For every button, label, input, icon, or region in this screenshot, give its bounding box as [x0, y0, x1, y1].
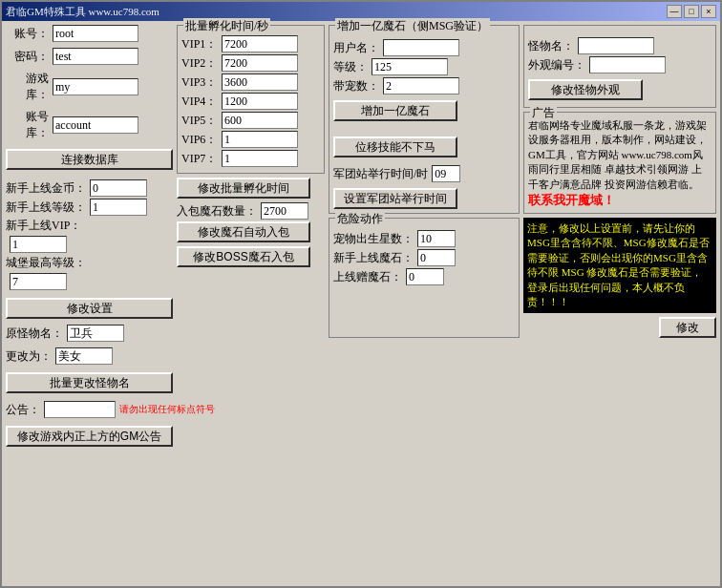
- change-to-row: 更改为：: [6, 347, 173, 365]
- modify-appearance-button[interactable]: 修改怪物外观: [528, 79, 643, 100]
- online-gift-input[interactable]: [406, 268, 444, 285]
- vip6-row: VIP6：: [181, 131, 320, 148]
- level-row: 等级：: [333, 58, 515, 75]
- ad-content: 君临网络专业魔域私服一条龙，游戏架设服务器租用，版本制作，网站建设，GM工具，官…: [528, 118, 711, 192]
- account-input[interactable]: [53, 25, 138, 42]
- pet-star-label: 宠物出生星数：: [333, 231, 414, 247]
- pet-count-row: 带宠数：: [333, 77, 515, 94]
- bag-magic-input[interactable]: [261, 202, 308, 220]
- level-label: 等级：: [333, 59, 368, 75]
- bottom-sections-area: 危险动作 宠物出生星数： 新手上线魔石： 上线赠魔石：: [329, 218, 716, 338]
- gamedb-row: 游戏库：: [6, 71, 173, 103]
- newbie-vip-input[interactable]: [10, 236, 67, 253]
- bag-magic-row: 入包魔石数量：: [177, 202, 325, 220]
- vip3-input[interactable]: [222, 74, 298, 91]
- gamedb-input[interactable]: [53, 78, 138, 95]
- connect-db-button[interactable]: 连接数据库: [6, 149, 173, 170]
- guild-time-row: 军团站举行时间/时: [333, 165, 515, 182]
- modify-batch-button[interactable]: 修改批量孵化时间: [177, 178, 310, 199]
- guild-time-label: 军团站举行时间/时: [333, 166, 428, 182]
- vip1-row: VIP1：: [181, 35, 320, 52]
- modify-settings-button[interactable]: 修改设置: [6, 298, 173, 319]
- pet-count-input[interactable]: [383, 77, 459, 94]
- vip4-input[interactable]: [222, 93, 298, 110]
- warning-text: 注意，修改以上设置前，请先让你的MSG里含含待不限、MSG修改魔石是否需要验证，…: [523, 218, 716, 313]
- username-row: 用户名：: [333, 39, 515, 56]
- newbie-level-row: 新手上线等级：: [6, 199, 173, 216]
- vip4-row: VIP4：: [181, 93, 320, 110]
- transfer-skill-button[interactable]: 位移技能不下马: [333, 136, 457, 158]
- accountdb-input[interactable]: [53, 116, 138, 134]
- vip5-label: VIP5：: [181, 113, 218, 129]
- window-title: 君临GM特殊工具 www.uc798.com: [6, 5, 159, 19]
- ad-link[interactable]: 联系我开魔域！: [528, 192, 711, 209]
- danger-title: 危险动作: [335, 211, 385, 227]
- castle-max-input[interactable]: [10, 273, 67, 290]
- vip2-input[interactable]: [222, 54, 298, 72]
- level-input[interactable]: [372, 58, 448, 75]
- main-window: 君临GM特殊工具 www.uc798.com — □ × 账号： 密码： 游戏库…: [0, 0, 722, 588]
- notice-row: 公告： 请勿出现任何标点符号: [6, 401, 173, 418]
- password-label: 密码：: [6, 49, 49, 65]
- account-row: 账号：: [6, 25, 173, 42]
- newbie-gold-input[interactable]: [90, 179, 147, 197]
- top-right-area: 增加一亿魔石（侧MSG验证） 用户名： 等级： 带宠数： 增加一亿魔石: [329, 25, 716, 214]
- minimize-button[interactable]: —: [667, 5, 682, 18]
- change-to-input[interactable]: [55, 347, 113, 365]
- vip3-row: VIP3：: [181, 74, 320, 91]
- pet-star-row: 宠物出生星数：: [333, 230, 515, 247]
- set-guild-button[interactable]: 设置军团站举行时间: [333, 188, 457, 209]
- danger-section: 危险动作 宠物出生星数： 新手上线魔石： 上线赠魔石：: [329, 218, 520, 338]
- vip6-label: VIP6：: [181, 132, 218, 148]
- password-row: 密码：: [6, 48, 173, 65]
- vip2-label: VIP2：: [181, 55, 218, 72]
- ad-title: 广告: [530, 105, 557, 121]
- modify-boss-magic-button[interactable]: 修改BOSS魔石入包: [177, 246, 310, 267]
- vip5-input[interactable]: [222, 112, 298, 129]
- monster-name-row: 怪物名：: [528, 37, 711, 54]
- password-input[interactable]: [53, 48, 138, 65]
- vip1-input[interactable]: [222, 35, 298, 52]
- maximize-button[interactable]: □: [684, 5, 699, 18]
- original-monster-input[interactable]: [67, 325, 124, 342]
- add-magic-stone-button[interactable]: 增加一亿魔石: [333, 100, 457, 121]
- newbie-level-input[interactable]: [90, 199, 147, 216]
- main-content: 账号： 密码： 游戏库： 账号库： 连接数据库 新手上线金币：: [2, 21, 720, 586]
- accountdb-row: 账号库：: [6, 109, 173, 141]
- gamedb-label: 游戏库：: [6, 71, 49, 103]
- monster-name-input[interactable]: [578, 37, 654, 54]
- pet-star-input[interactable]: [417, 230, 456, 247]
- magic-stone-section: 增加一亿魔石（侧MSG验证） 用户名： 等级： 带宠数： 增加一亿魔石: [329, 25, 520, 214]
- vip1-label: VIP1：: [181, 36, 218, 52]
- modify-notice-button[interactable]: 修改游戏内正上方的GM公告: [6, 426, 173, 447]
- newbie-magic-input[interactable]: [417, 249, 456, 266]
- bag-magic-label: 入包魔石数量：: [177, 203, 257, 220]
- middle-column: 批量孵化时间/秒 VIP1： VIP2： VIP3： VIP4：: [177, 25, 325, 582]
- guild-time-input[interactable]: [432, 165, 460, 182]
- batch-change-button[interactable]: 批量更改怪物名: [6, 372, 173, 393]
- online-gift-row: 上线赠魔石：: [333, 268, 515, 285]
- close-button[interactable]: ×: [701, 5, 716, 18]
- newbie-level-label: 新手上线等级：: [6, 200, 86, 216]
- magic-stone-title: 增加一亿魔石（侧MSG验证）: [335, 18, 490, 34]
- appearance-input[interactable]: [589, 56, 666, 74]
- notice-input[interactable]: [44, 401, 116, 418]
- monster-name-label: 怪物名：: [528, 38, 574, 54]
- notice-label: 公告：: [6, 402, 40, 418]
- batch-hatch-group: 批量孵化时间/秒 VIP1： VIP2： VIP3： VIP4：: [177, 25, 325, 174]
- username-label: 用户名：: [333, 40, 379, 56]
- modify-danger-button[interactable]: 修改: [659, 317, 716, 338]
- username-input[interactable]: [383, 39, 459, 56]
- vip3-label: VIP3：: [181, 74, 218, 91]
- newbie-magic-row: 新手上线魔石：: [333, 249, 515, 266]
- newbie-gold-label: 新手上线金币：: [6, 180, 86, 197]
- vip6-input[interactable]: [222, 131, 298, 148]
- original-monster-row: 原怪物名：: [6, 325, 173, 342]
- original-monster-label: 原怪物名：: [6, 326, 63, 342]
- online-gift-label: 上线赠魔石：: [333, 269, 402, 285]
- appearance-row: 外观编号：: [528, 56, 711, 74]
- modify-magic-auto-button[interactable]: 修改魔石自动入包: [177, 221, 310, 242]
- vip7-label: VIP7：: [181, 151, 218, 167]
- vip7-input[interactable]: [222, 150, 298, 167]
- appearance-label: 外观编号：: [528, 57, 585, 74]
